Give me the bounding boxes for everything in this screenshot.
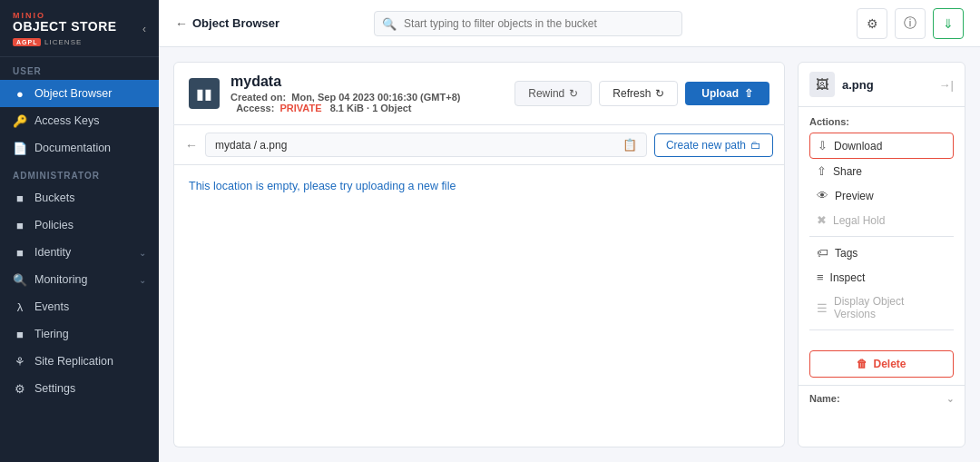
sidebar-item-site-replication[interactable]: ⚘ Site Replication <box>0 348 159 375</box>
preview-icon: 👁 <box>817 189 828 202</box>
content-area: ▮▮ mydata Created on: Mon, Sep 04 2023 0… <box>159 47 980 462</box>
sidebar-item-policies[interactable]: ■ Policies <box>0 211 159 239</box>
create-new-path-label: Create new path <box>666 139 746 152</box>
empty-state: This location is empty, please try uploa… <box>173 165 785 447</box>
tags-button[interactable]: 🏷 Tags <box>809 241 954 265</box>
create-path-icon: 🗀 <box>750 139 761 152</box>
buckets-icon: ■ <box>13 191 27 205</box>
logo-badge: AGPL <box>13 38 41 46</box>
settings-button[interactable]: ⚙ <box>857 8 887 39</box>
collapse-sidebar-button[interactable]: ‹ <box>142 23 146 35</box>
inspect-button[interactable]: ≡ Inspect <box>809 265 954 290</box>
divider-2 <box>809 329 954 330</box>
path-back-button[interactable]: ← <box>185 138 198 152</box>
search-input[interactable] <box>374 11 682 36</box>
share-label: Share <box>833 165 862 178</box>
back-label: Object Browser <box>192 16 279 30</box>
bucket-header: ▮▮ mydata Created on: Mon, Sep 04 2023 0… <box>173 62 785 125</box>
sidebar-item-label-monitoring: Monitoring <box>34 273 87 286</box>
sidebar-item-tiering[interactable]: ■ Tiering <box>0 320 159 348</box>
inspect-label: Inspect <box>830 271 866 284</box>
logo-product: OBJECT STORE <box>13 20 117 34</box>
bucket-size: 8.1 KiB · 1 Object <box>330 103 412 113</box>
copy-path-button[interactable]: 📋 <box>622 138 637 152</box>
download-label: Download <box>834 140 882 152</box>
documentation-icon: 📄 <box>13 141 27 155</box>
display-object-versions-button[interactable]: ☰ Display Object Versions <box>809 290 954 326</box>
created-on-value: Mon, Sep 04 2023 00:16:30 (GMT+8) <box>291 92 460 103</box>
sidebar-item-events[interactable]: λ Events <box>0 293 159 320</box>
preview-label: Preview <box>835 190 874 202</box>
sidebar-item-object-browser[interactable]: ● Object Browser <box>0 80 159 107</box>
actions-section: Actions: ⇩ Download ⇧ Share 👁 Preview ✖ … <box>799 107 965 343</box>
refresh-button[interactable]: Refresh ↻ <box>599 81 678 106</box>
object-info-section: Name: ⌄ <box>799 385 965 411</box>
identity-icon: ■ <box>13 245 27 260</box>
sidebar-item-settings[interactable]: ⚙ Settings <box>0 375 159 402</box>
bucket-icon: ▮▮ <box>189 78 220 109</box>
empty-state-message: This location is empty, please try uploa… <box>189 180 456 192</box>
sidebar-item-documentation[interactable]: 📄 Documentation <box>0 134 159 162</box>
sidebar-item-label-documentation: Documentation <box>34 142 111 154</box>
download-icon: ⇩ <box>818 139 828 152</box>
refresh-label: Refresh <box>612 87 651 100</box>
share-icon: ⇧ <box>817 164 827 178</box>
right-panel-header: 🖼 a.png →| <box>799 63 965 107</box>
delete-label: Delete <box>873 358 906 370</box>
identity-chevron-icon: ⌄ <box>139 248 146 258</box>
delete-button[interactable]: 🗑 Delete <box>809 350 954 378</box>
name-label: Name: <box>809 393 840 404</box>
tags-icon: 🏷 <box>817 246 828 260</box>
sidebar-item-label-access-keys: Access Keys <box>34 114 100 127</box>
tiering-icon: ■ <box>13 327 27 341</box>
sidebar-item-label-tiering: Tiering <box>34 328 69 340</box>
bucket-name: mydata <box>230 74 504 90</box>
file-name: a.png <box>842 78 932 92</box>
bucket-actions: Rewind ↻ Refresh ↻ Upload ⇧ <box>514 81 769 106</box>
inspect-icon: ≡ <box>817 270 824 284</box>
expand-panel-button[interactable]: →| <box>939 78 954 92</box>
monitoring-icon: 🔍 <box>13 272 27 287</box>
bucket-meta: Created on: Mon, Sep 04 2023 00:16:30 (G… <box>230 92 504 113</box>
legal-hold-icon: ✖ <box>817 213 827 227</box>
sidebar-item-monitoring[interactable]: 🔍 Monitoring ⌄ <box>0 266 159 293</box>
object-info-label: Name: ⌄ <box>809 393 954 404</box>
divider-1 <box>809 236 954 237</box>
sidebar-logo: MINIO OBJECT STORE AGPL LICENSE ‹ <box>0 0 159 57</box>
preview-button[interactable]: 👁 Preview <box>809 183 954 208</box>
right-panel: 🖼 a.png →| Actions: ⇩ Download ⇧ Share 👁… <box>798 62 965 447</box>
access-keys-icon: 🔑 <box>13 113 27 128</box>
tags-label: Tags <box>835 247 858 260</box>
monitoring-chevron-icon: ⌄ <box>139 275 146 285</box>
file-icon: 🖼 <box>809 72 835 97</box>
create-new-path-button[interactable]: Create new path 🗀 <box>654 133 773 157</box>
upload-button[interactable]: Upload ⇧ <box>685 82 769 105</box>
path-display: mydata / a.png 📋 <box>205 133 647 157</box>
object-browser-icon: ● <box>13 86 27 101</box>
legal-hold-button[interactable]: ✖ Legal Hold <box>809 208 954 232</box>
topbar-actions: ⚙ ⓘ ⇓ <box>857 8 964 39</box>
browser-panel: ▮▮ mydata Created on: Mon, Sep 04 2023 0… <box>173 62 785 447</box>
sidebar-item-label-buckets: Buckets <box>34 192 74 204</box>
download-button[interactable]: ⇩ Download <box>809 133 954 159</box>
rewind-button[interactable]: Rewind ↻ <box>514 81 592 106</box>
upload-icon: ⇧ <box>744 87 753 100</box>
path-bar: ← mydata / a.png 📋 Create new path 🗀 <box>173 125 785 165</box>
back-button[interactable]: ← Object Browser <box>175 16 279 31</box>
search-icon: 🔍 <box>382 16 397 30</box>
main-content: ← Object Browser 🔍 ⚙ ⓘ ⇓ ▮▮ mydata Creat… <box>159 0 980 462</box>
policies-icon: ■ <box>13 218 27 232</box>
events-icon: λ <box>13 300 27 314</box>
sidebar-item-identity[interactable]: ■ Identity ⌄ <box>0 239 159 266</box>
sidebar-item-label-identity: Identity <box>34 246 71 259</box>
created-on-label: Created on: <box>230 92 286 103</box>
sidebar-item-label-events: Events <box>34 300 69 313</box>
versions-icon: ☰ <box>817 301 828 315</box>
help-button[interactable]: ⓘ <box>895 8 926 39</box>
sidebar-item-access-keys[interactable]: 🔑 Access Keys <box>0 107 159 134</box>
access-value: PRIVATE <box>279 103 321 113</box>
sidebar-item-buckets[interactable]: ■ Buckets <box>0 184 159 211</box>
download-topbar-button[interactable]: ⇓ <box>933 8 964 39</box>
logo-text: MINIO OBJECT STORE AGPL LICENSE <box>13 11 117 47</box>
share-button[interactable]: ⇧ Share <box>809 159 954 183</box>
